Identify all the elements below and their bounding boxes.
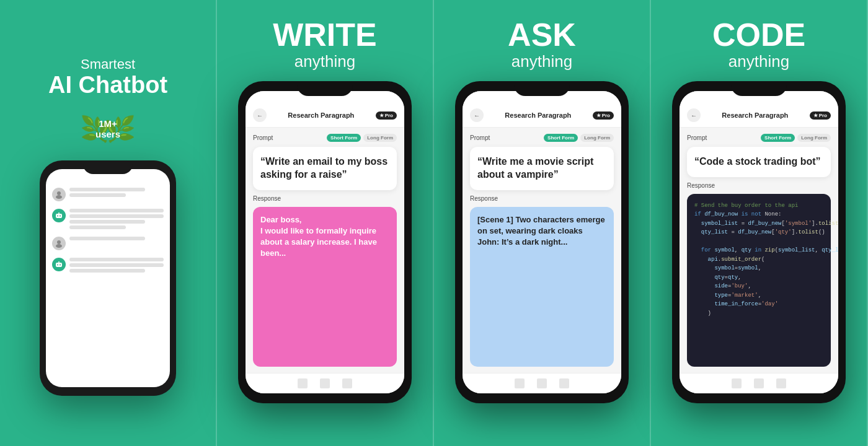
panel-write: WRITE anything ← Research Paragraph ★ Pr… bbox=[217, 0, 434, 446]
user-icon bbox=[55, 239, 63, 248]
ask-app-footer bbox=[463, 373, 621, 393]
write-header-title: Research Paragraph bbox=[272, 112, 371, 119]
code-back-button[interactable]: ← bbox=[687, 108, 701, 122]
long-form-btn[interactable]: Long Form bbox=[363, 134, 397, 142]
laurel-wreath: 🌿 1M+ users 🌿 bbox=[80, 111, 136, 148]
write-phone: ← Research Paragraph ★ Pro Prompt Short … bbox=[238, 81, 412, 403]
user-lines-1 bbox=[69, 188, 164, 197]
write-sub-word: anything bbox=[273, 52, 377, 71]
back-button[interactable]: ← bbox=[253, 108, 267, 122]
code-prompt-label: Prompt bbox=[687, 134, 707, 141]
chat-messages bbox=[46, 169, 170, 281]
ask-share-icon[interactable] bbox=[559, 378, 569, 388]
ask-prompt-label: Prompt bbox=[470, 134, 490, 141]
ask-main-word: ASK bbox=[508, 19, 576, 51]
svg-point-1 bbox=[56, 195, 62, 199]
panel-code: CODE anything ← Research Paragraph ★ Pro… bbox=[651, 0, 868, 446]
code-copy-icon[interactable] bbox=[732, 378, 742, 388]
code-short-form-btn[interactable]: Short Form bbox=[761, 134, 795, 142]
chat-line bbox=[69, 188, 145, 191]
write-response-label: Response bbox=[253, 195, 397, 202]
chat-user-2 bbox=[52, 237, 164, 250]
code-form-toggle[interactable]: Short Form Long Form bbox=[761, 134, 831, 142]
user-icon bbox=[55, 190, 63, 199]
code-prompt-box: “Code a stock trading bot” bbox=[687, 147, 831, 177]
ask-response-box: [Scene 1] Two characters emerge on set, … bbox=[470, 207, 614, 367]
pro-badge: ★ Pro bbox=[376, 112, 397, 120]
write-main-word: WRITE bbox=[273, 19, 377, 51]
bot-avatar-2 bbox=[52, 258, 66, 271]
write-prompt-box: “Write an email to my boss asking for a … bbox=[253, 147, 397, 190]
code-prompt-row: Prompt Short Form Long Form bbox=[687, 134, 831, 142]
ask-long-form-btn[interactable]: Long Form bbox=[580, 134, 614, 142]
user-avatar-2 bbox=[52, 237, 66, 250]
code-app-footer bbox=[680, 373, 838, 393]
ask-app-header: ← Research Paragraph ★ Pro bbox=[463, 91, 621, 128]
svg-point-9 bbox=[57, 264, 58, 265]
write-form-toggle[interactable]: Short Form Long Form bbox=[327, 134, 397, 142]
chatbot-content: Smartest AI Chatbot 🌿 1M+ users 🌿 bbox=[40, 56, 176, 396]
bot-lines-2 bbox=[69, 258, 164, 273]
ask-copy-icon[interactable] bbox=[515, 378, 525, 388]
svg-rect-11 bbox=[58, 261, 60, 263]
code-response-box: # Send the buy order to the api if df_bu… bbox=[687, 194, 831, 367]
code-sub-word: anything bbox=[712, 52, 805, 71]
pro-label: Pro bbox=[385, 113, 393, 118]
chat-line bbox=[69, 225, 126, 229]
svg-point-6 bbox=[57, 240, 61, 244]
ai-chatbot-label: AI Chatbot bbox=[48, 72, 167, 98]
bookmark-icon[interactable] bbox=[320, 378, 330, 388]
code-phone: ← Research Paragraph ★ Pro Prompt Short … bbox=[672, 81, 846, 403]
copy-icon[interactable] bbox=[298, 378, 308, 388]
chat-line bbox=[69, 258, 164, 261]
badge-text: 1M+ users bbox=[95, 119, 120, 139]
code-pro-badge: ★ Pro bbox=[810, 112, 831, 120]
ask-response-label: Response bbox=[470, 195, 614, 202]
code-app-body: Prompt Short Form Long Form “Code a stoc… bbox=[680, 128, 838, 373]
ask-form-toggle[interactable]: Short Form Long Form bbox=[544, 134, 614, 142]
ask-bookmark-icon[interactable] bbox=[537, 378, 547, 388]
bot-avatar-1 bbox=[52, 209, 66, 222]
chat-line bbox=[69, 214, 164, 218]
code-block: # Send the buy order to the api if df_bu… bbox=[694, 203, 838, 317]
svg-rect-2 bbox=[56, 214, 62, 218]
ask-app-body: Prompt Short Form Long Form “Write me a … bbox=[463, 128, 621, 373]
ask-prompt-box: “Write me a movie script about a vampire… bbox=[470, 147, 614, 190]
write-app-body: Prompt Short Form Long Form “Write an em… bbox=[246, 128, 404, 373]
code-bookmark-icon[interactable] bbox=[754, 378, 764, 388]
star-icon: ★ bbox=[379, 113, 384, 118]
chat-phone-mockup bbox=[40, 160, 176, 396]
chat-phone-screen bbox=[46, 169, 170, 387]
ask-screen: ← Research Paragraph ★ Pro Prompt Short … bbox=[463, 91, 621, 393]
chat-line bbox=[69, 193, 126, 197]
ask-phone: ← Research Paragraph ★ Pro Prompt Short … bbox=[455, 81, 629, 403]
code-app-header: ← Research Paragraph ★ Pro bbox=[680, 91, 838, 128]
ask-pro-label: Pro bbox=[602, 113, 610, 118]
chat-line bbox=[69, 269, 145, 273]
bot-lines-1 bbox=[69, 209, 164, 229]
write-app-footer bbox=[246, 373, 404, 393]
share-icon[interactable] bbox=[342, 378, 352, 388]
smartest-label: Smartest bbox=[48, 56, 167, 72]
short-form-btn[interactable]: Short Form bbox=[327, 134, 361, 142]
code-star-icon: ★ bbox=[813, 113, 818, 118]
write-screen: ← Research Paragraph ★ Pro Prompt Short … bbox=[246, 91, 404, 393]
bot-icon bbox=[55, 211, 63, 220]
chat-line bbox=[69, 263, 164, 267]
users-badge: 🌿 1M+ users 🌿 bbox=[80, 111, 136, 148]
code-response-label: Response bbox=[687, 182, 831, 189]
svg-rect-5 bbox=[58, 212, 60, 214]
ask-star-icon: ★ bbox=[596, 113, 601, 118]
badge-line1: 1M+ bbox=[95, 119, 120, 129]
code-long-form-btn[interactable]: Long Form bbox=[797, 134, 831, 142]
ask-pro-badge: ★ Pro bbox=[593, 112, 614, 120]
code-share-icon[interactable] bbox=[776, 378, 786, 388]
chat-line bbox=[69, 209, 164, 212]
ask-short-form-btn[interactable]: Short Form bbox=[544, 134, 578, 142]
chat-line bbox=[69, 220, 145, 224]
write-prompt-label: Prompt bbox=[253, 134, 273, 141]
ask-back-button[interactable]: ← bbox=[470, 108, 484, 122]
bot-icon bbox=[55, 260, 63, 269]
svg-point-0 bbox=[57, 191, 61, 195]
write-app-header: ← Research Paragraph ★ Pro bbox=[246, 91, 404, 128]
